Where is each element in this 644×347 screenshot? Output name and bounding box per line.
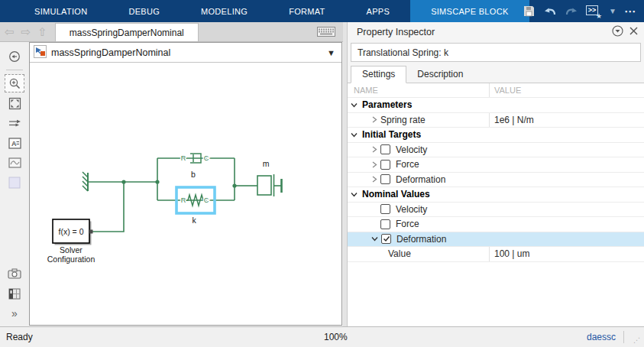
resize-grip[interactable]: ⋰ xyxy=(633,336,641,344)
solver-configuration-block[interactable]: f(x) = 0 xyxy=(53,219,93,245)
checkbox-unchecked[interactable] xyxy=(380,219,390,229)
selected-block-title: Translational Spring: k xyxy=(351,43,641,62)
group-label: Initial Targets xyxy=(362,129,421,140)
checkbox-checked[interactable] xyxy=(381,234,391,244)
property-label: Force xyxy=(396,219,419,229)
mass-block-label[interactable]: m xyxy=(263,159,270,168)
collapse-icon[interactable] xyxy=(351,191,358,198)
damper-port-c-label: C xyxy=(204,154,209,162)
ribbon-tabs: SIMULATION DEBUG MODELING FORMAT APPS SI… xyxy=(0,0,529,22)
model-icon xyxy=(34,45,47,60)
property-label: Deformation xyxy=(396,174,445,185)
damper-block-label[interactable]: b xyxy=(191,170,196,179)
tab-debug[interactable]: DEBUG xyxy=(108,0,180,22)
checkbox-unchecked[interactable] xyxy=(380,174,390,184)
image-annotation-icon[interactable] xyxy=(5,154,24,172)
up-to-parent-icon[interactable]: ⇧ xyxy=(37,25,47,39)
group-row-nominal-values[interactable]: Nominal Values xyxy=(348,187,644,203)
tab-modeling[interactable]: MODELING xyxy=(180,0,268,22)
property-inspector-title: Property Inspector xyxy=(357,27,612,37)
annotation-icon[interactable]: A xyxy=(5,134,24,152)
screenshot-icon[interactable] xyxy=(5,264,24,283)
property-row-deformation-nominal[interactable]: Deformation xyxy=(348,232,644,248)
tab-settings[interactable]: Settings xyxy=(351,66,406,83)
expand-icon[interactable] xyxy=(371,176,377,183)
document-tab-bar: ⇦ ⇨ ⇧ massSpringDamperNominal xyxy=(0,22,343,42)
property-label: Velocity xyxy=(396,204,427,215)
group-label: Nominal Values xyxy=(362,189,430,199)
property-label: Value xyxy=(354,248,411,259)
tab-format[interactable]: FORMAT xyxy=(268,0,345,22)
expand-toolbar-icon[interactable]: » xyxy=(5,304,24,323)
back-icon[interactable]: ⇦ xyxy=(5,25,15,39)
area-box-icon[interactable] xyxy=(5,174,24,192)
status-bar: Ready 100% daessc ⋰ xyxy=(0,326,644,347)
star-icon: ★ xyxy=(596,12,602,20)
forward-icon[interactable]: ⇨ xyxy=(21,25,31,39)
property-value[interactable]: 1e6 | N/m xyxy=(489,115,644,125)
tab-simscape-block[interactable]: SIMSCAPE BLOCK xyxy=(410,0,529,22)
document-tab[interactable]: massSpringDamperNominal xyxy=(55,23,199,41)
property-row-spring-rate[interactable]: Spring rate 1e6 | N/m xyxy=(348,113,644,128)
undo-icon[interactable] xyxy=(543,5,557,18)
tab-simulation[interactable]: SIMULATION xyxy=(14,0,108,22)
spring-port-c-label: C xyxy=(204,196,209,204)
run-commands-icon[interactable]: >> ★ xyxy=(586,5,601,18)
property-inspector: Property Inspector Translational Spring:… xyxy=(348,22,644,326)
column-name: NAME xyxy=(348,83,489,97)
table-header: NAME VALUE xyxy=(348,83,644,98)
property-label: Spring rate xyxy=(380,115,426,125)
property-row-deformation-initial[interactable]: Deformation xyxy=(348,173,644,188)
fit-to-view-icon[interactable] xyxy=(5,94,24,112)
keyboard-shortcuts-icon[interactable] xyxy=(317,27,335,39)
property-row-velocity-initial[interactable]: Velocity xyxy=(348,143,644,158)
tab-apps[interactable]: APPS xyxy=(346,0,411,22)
viewmarks-icon[interactable] xyxy=(5,284,24,303)
column-value: VALUE xyxy=(489,86,644,95)
property-value[interactable]: 100 | um xyxy=(489,248,644,259)
redo-icon[interactable] xyxy=(565,5,578,18)
svg-text:A: A xyxy=(11,139,17,147)
hide-browser-icon[interactable] xyxy=(5,47,24,66)
property-row-force-initial[interactable]: Force xyxy=(348,157,644,173)
breadcrumb-dropdown-icon[interactable]: ▼ xyxy=(327,48,335,57)
property-table: NAME VALUE Parameters Spring rate 1e6 | … xyxy=(348,83,644,326)
checkbox-unchecked[interactable] xyxy=(380,144,390,154)
expand-icon[interactable] xyxy=(371,116,377,123)
property-row-deformation-value[interactable]: Value 100 | um xyxy=(348,247,644,262)
simulink-window: SIMULATION DEBUG MODELING FORMAT APPS SI… xyxy=(0,0,644,347)
ribbon: SIMULATION DEBUG MODELING FORMAT APPS SI… xyxy=(0,0,644,22)
save-icon[interactable] xyxy=(522,5,536,18)
panel-options-icon[interactable] xyxy=(612,25,623,39)
signal-routing-icon[interactable] xyxy=(5,114,24,132)
property-label: Deformation xyxy=(396,234,446,245)
diagram-canvas[interactable]: f(x) = 0 R C R C b k m xyxy=(30,63,341,325)
close-panel-icon[interactable] xyxy=(629,27,638,37)
solver-name-line2: Configuration xyxy=(47,255,95,264)
zoom-in-tool-icon[interactable] xyxy=(5,74,24,92)
expand-icon[interactable] xyxy=(371,161,377,168)
property-row-velocity-nominal[interactable]: Velocity xyxy=(348,203,644,218)
solver-equation-label: f(x) = 0 xyxy=(59,227,84,236)
quick-access-dropdown-icon[interactable]: ▼ xyxy=(609,7,616,15)
property-row-force-nominal[interactable]: Force xyxy=(348,217,644,232)
inspector-tabs: Settings Description xyxy=(348,65,644,83)
solver-badge[interactable]: daessc xyxy=(587,332,616,342)
group-row-initial-targets[interactable]: Initial Targets xyxy=(348,128,644,143)
collapse-icon[interactable] xyxy=(351,131,358,138)
collapse-icon[interactable] xyxy=(351,102,358,109)
checkbox-unchecked[interactable] xyxy=(380,160,390,170)
property-label: Velocity xyxy=(396,144,427,155)
checkbox-unchecked[interactable] xyxy=(380,204,390,214)
toolbar-divider xyxy=(6,70,23,70)
tab-description[interactable]: Description xyxy=(406,66,474,83)
expand-icon[interactable] xyxy=(371,146,377,153)
palette-toolbar: A » xyxy=(0,42,29,326)
group-row-parameters[interactable]: Parameters xyxy=(348,98,644,113)
spring-block-label[interactable]: k xyxy=(192,216,196,225)
breadcrumb-model-name[interactable]: massSpringDamperNominal xyxy=(51,47,327,58)
status-text: Ready xyxy=(6,332,33,342)
breadcrumb: massSpringDamperNominal ▼ xyxy=(30,43,341,63)
collapse-icon[interactable] xyxy=(371,235,378,242)
more-options-icon[interactable]: ⋯ xyxy=(624,8,636,15)
